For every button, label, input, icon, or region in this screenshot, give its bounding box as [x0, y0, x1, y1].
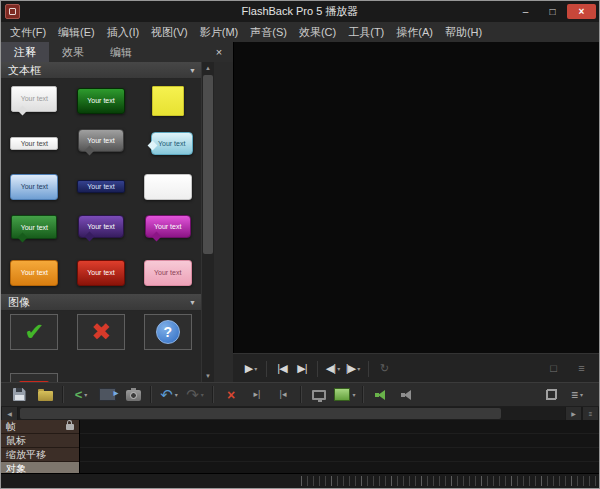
- snapshot-button[interactable]: [121, 385, 145, 405]
- open-button[interactable]: [33, 385, 57, 405]
- crop-button[interactable]: [539, 385, 563, 405]
- menu-item-view[interactable]: 视图(V): [145, 22, 194, 42]
- menu-bar: 文件(F)编辑(E)插入(I)视图(V)影片(M)声音(S)效果(C)工具(T)…: [1, 22, 599, 43]
- scroll-right-icon[interactable]: ▶: [565, 407, 582, 420]
- play-button[interactable]: ▶▾: [241, 358, 261, 380]
- dropdown-arrow-icon[interactable]: ▾: [352, 391, 355, 398]
- section-textbox-header[interactable]: 文本框 ▼: [1, 62, 201, 79]
- image-icon-red-outline-rect[interactable]: [10, 373, 58, 382]
- panel-tabs: 注释效果编辑: [1, 42, 233, 62]
- replay-button[interactable]: ↻: [374, 358, 394, 380]
- play-icon: ▶: [245, 363, 252, 374]
- dropdown-arrow-icon[interactable]: ▾: [175, 391, 178, 398]
- menu-item-movie[interactable]: 影片(M): [194, 22, 245, 42]
- frame-view-button[interactable]: [307, 385, 331, 405]
- dropdown-arrow-icon[interactable]: ▾: [254, 365, 257, 372]
- dropdown-arrow-icon[interactable]: ▾: [337, 365, 340, 372]
- textbox-shape: Your text: [77, 88, 125, 114]
- scroll-up-icon[interactable]: ▲: [202, 62, 214, 74]
- select-start-button[interactable]: ▸|: [245, 385, 269, 405]
- insert-image-button[interactable]: ▾: [333, 385, 357, 405]
- export-movie-button[interactable]: [95, 385, 119, 405]
- track-lane-zoom-pan[interactable]: [80, 448, 599, 462]
- menu-item-insert[interactable]: 插入(I): [101, 22, 145, 42]
- textbox-blue-gradient-box[interactable]: Your text: [1, 165, 68, 208]
- menu-item-sound[interactable]: 声音(S): [244, 22, 293, 42]
- timeline-menu-icon[interactable]: ≡: [582, 407, 599, 420]
- textbox-yellow-sticky-note[interactable]: [134, 79, 201, 122]
- frames-ruler[interactable]: [1, 473, 599, 488]
- jump-start-button[interactable]: |◀: [272, 358, 292, 380]
- textbox-purple-speech-bubble[interactable]: Your text: [68, 208, 135, 251]
- dropdown-arrow-icon[interactable]: ▾: [201, 391, 204, 398]
- textbox-teal-speech-bubble[interactable]: Your text: [134, 122, 201, 165]
- textbox-orange-rounded-box[interactable]: Your text: [1, 251, 68, 294]
- textbox-white-rounded-box[interactable]: [134, 165, 201, 208]
- track-area[interactable]: [79, 420, 599, 475]
- collapse-icon[interactable]: ▼: [189, 67, 196, 74]
- player-menu-button[interactable]: ≡: [571, 358, 591, 380]
- collapse-icon[interactable]: ▼: [189, 299, 196, 306]
- textbox-pink-rounded-box[interactable]: Your text: [134, 251, 201, 294]
- panel-close-button[interactable]: ×: [211, 44, 227, 60]
- dropdown-arrow-icon[interactable]: ▾: [84, 391, 87, 398]
- close-button[interactable]: ×: [567, 4, 596, 19]
- textbox-navy-strip[interactable]: Your text: [68, 165, 135, 208]
- timeline-scrollbar[interactable]: ◀ ▶ ≡: [1, 407, 599, 421]
- menu-item-tools[interactable]: 工具(T): [342, 22, 390, 42]
- floppy-icon: [13, 388, 26, 401]
- track-label-mouse[interactable]: 鼠标: [1, 434, 79, 448]
- scroll-left-icon[interactable]: ◀: [1, 407, 18, 420]
- menu-item-file[interactable]: 文件(F): [4, 22, 52, 42]
- textbox-red-box[interactable]: Your text: [68, 251, 135, 294]
- redo-button[interactable]: ↷▾: [183, 385, 207, 405]
- timeline-scroll-track[interactable]: [18, 407, 565, 420]
- track-lane-mouse[interactable]: [80, 434, 599, 448]
- menu-item-actions[interactable]: 操作(A): [390, 22, 439, 42]
- minimize-button[interactable]: –: [513, 4, 538, 19]
- video-preview-area[interactable]: [233, 42, 599, 353]
- step-forward-button[interactable]: |▶▾: [343, 358, 363, 380]
- image-icon-cross-mark[interactable]: ✖: [77, 314, 125, 350]
- panel-scrollbar-thumb[interactable]: [203, 75, 213, 254]
- dropdown-arrow-icon[interactable]: ▾: [357, 365, 360, 372]
- delete-button[interactable]: ×: [219, 385, 243, 405]
- track-label-frames[interactable]: 帧: [1, 420, 79, 434]
- tab-effects[interactable]: 效果: [49, 42, 97, 62]
- mute-button[interactable]: [395, 385, 419, 405]
- maximize-button[interactable]: □: [540, 4, 565, 19]
- track-label-zoom-pan[interactable]: 缩放平移: [1, 448, 79, 462]
- scroll-down-icon[interactable]: ▼: [202, 370, 214, 382]
- textbox-white-strip[interactable]: Your text: [1, 122, 68, 165]
- title-bar[interactable]: FlashBack Pro 5 播放器 –□×: [1, 1, 599, 22]
- textbox-gray-speech-bubble[interactable]: Your text: [68, 122, 135, 165]
- share-button[interactable]: <▾: [69, 385, 93, 405]
- section-image-header[interactable]: 图像 ▼: [1, 294, 201, 311]
- timeline-scroll-thumb[interactable]: [20, 408, 501, 419]
- textbox-green-gradient-box[interactable]: Your text: [68, 79, 135, 122]
- textbox-label: Your text: [87, 97, 114, 104]
- step-back-button[interactable]: ◀|▾: [323, 358, 343, 380]
- more-options-button[interactable]: ≡▾: [565, 385, 589, 405]
- sound-button[interactable]: [369, 385, 393, 405]
- undo-button[interactable]: ↶▾: [157, 385, 181, 405]
- image-icon-question-mark[interactable]: ?: [144, 314, 192, 350]
- bubble-tail: [18, 233, 28, 243]
- menu-item-edit[interactable]: 编辑(E): [52, 22, 101, 42]
- dropdown-arrow-icon[interactable]: ▾: [580, 391, 583, 398]
- image-icon-check-mark[interactable]: ✔: [10, 314, 58, 350]
- panel-scrollbar[interactable]: ▲ ▼: [201, 62, 215, 382]
- track-lane-frames[interactable]: [80, 420, 599, 434]
- menu-item-help[interactable]: 帮助(H): [439, 22, 488, 42]
- jump-end-button[interactable]: ▶|: [292, 358, 312, 380]
- menu-item-effects[interactable]: 效果(C): [293, 22, 342, 42]
- playback-buttons: ▶▾|◀▶|◀|▾|▶▾↻: [241, 358, 394, 380]
- textbox-green-callout[interactable]: Your text: [1, 208, 68, 251]
- textbox-white-note[interactable]: Your text: [1, 79, 68, 122]
- tab-annotations[interactable]: 注释: [1, 42, 49, 62]
- textbox-magenta-speech-bubble[interactable]: Your text: [134, 208, 201, 251]
- save-button[interactable]: [7, 385, 31, 405]
- select-end-button[interactable]: |◂: [271, 385, 295, 405]
- tab-edit[interactable]: 编辑: [97, 42, 145, 62]
- fit-view-button[interactable]: □: [543, 358, 563, 380]
